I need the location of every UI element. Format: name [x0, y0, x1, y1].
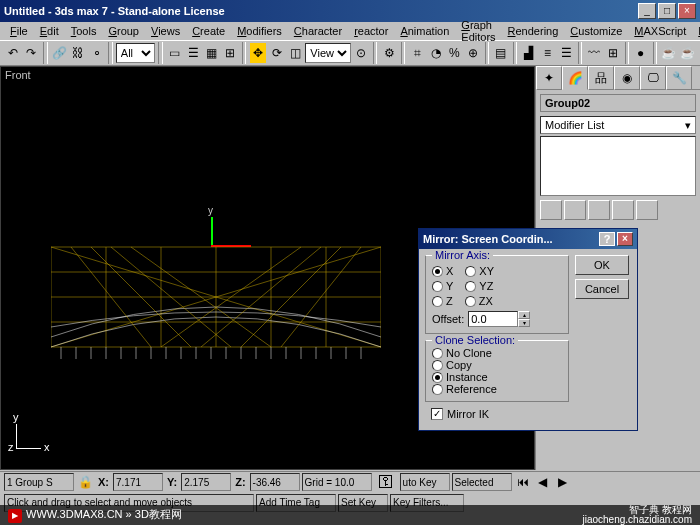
named-selection-button[interactable]: ▤: [492, 42, 510, 64]
remove-modifier-button[interactable]: [612, 200, 634, 220]
material-button[interactable]: ●: [632, 42, 650, 64]
clone-none-radio[interactable]: No Clone: [432, 347, 562, 359]
center-button[interactable]: ⊙: [352, 42, 370, 64]
main-toolbar: ↶ ↷ 🔗 ⛓ ⚬ All ▭ ☰ ▦ ⊞ ✥ ⟳ ◫ View ⊙ ⚙ ⌗ ◔…: [0, 40, 700, 66]
menu-animation[interactable]: Animation: [394, 23, 455, 39]
offset-label: Offset:: [432, 313, 464, 325]
selection-status: 1 Group S: [4, 473, 74, 491]
move-button[interactable]: ✥: [249, 42, 267, 64]
wireframe-model: [51, 237, 381, 367]
axis-xy-radio[interactable]: XY: [465, 265, 494, 277]
redo-button[interactable]: ↷: [23, 42, 41, 64]
bind-button[interactable]: ⚬: [88, 42, 106, 64]
lock-button[interactable]: 🔒: [76, 473, 94, 491]
select-name-button[interactable]: ☰: [184, 42, 202, 64]
dialog-help-button[interactable]: ?: [599, 232, 615, 246]
ok-button[interactable]: OK: [575, 255, 629, 275]
curve-editor-button[interactable]: 〰: [585, 42, 603, 64]
window-crossing-button[interactable]: ⊞: [222, 42, 240, 64]
rotate-button[interactable]: ⟳: [268, 42, 286, 64]
axis-zx-radio[interactable]: ZX: [465, 295, 493, 307]
manipulate-button[interactable]: ⚙: [380, 42, 398, 64]
layers-button[interactable]: ☰: [557, 42, 575, 64]
menu-character[interactable]: Character: [288, 23, 348, 39]
y-coord[interactable]: 2.175: [181, 473, 231, 491]
menu-maxscript[interactable]: MAXScript: [628, 23, 692, 39]
menu-reactor[interactable]: reactor: [348, 23, 394, 39]
selection-filter[interactable]: All: [116, 43, 155, 63]
menu-create[interactable]: Create: [186, 23, 231, 39]
select-button[interactable]: ▭: [166, 42, 184, 64]
mirror-ik-checkbox[interactable]: ✓Mirror IK: [431, 408, 563, 420]
axis-z-radio[interactable]: Z: [432, 295, 453, 307]
menu-tools[interactable]: Tools: [65, 23, 103, 39]
create-tab[interactable]: ✦: [536, 66, 562, 90]
viewport-label: Front: [5, 69, 31, 81]
goto-start-button[interactable]: ⏮: [514, 473, 532, 491]
spinner-snap-button[interactable]: ⊕: [464, 42, 482, 64]
z-coord[interactable]: -36.46: [250, 473, 300, 491]
mirror-button[interactable]: ▟: [520, 42, 538, 64]
quick-render-button[interactable]: ☕: [679, 42, 697, 64]
schematic-button[interactable]: ⊞: [604, 42, 622, 64]
keyfilter-select[interactable]: Selected: [452, 473, 512, 491]
menu-file[interactable]: File: [4, 23, 34, 39]
menu-views[interactable]: Views: [145, 23, 186, 39]
minimize-button[interactable]: _: [638, 3, 656, 19]
watermark: ▶WWW.3DMAX8.CN » 3D教程网 智子典 教程网 jiaocheng…: [0, 505, 700, 525]
clone-copy-radio[interactable]: Copy: [432, 359, 562, 371]
close-button[interactable]: ×: [678, 3, 696, 19]
titlebar: Untitled - 3ds max 7 - Stand-alone Licen…: [0, 0, 700, 22]
menu-edit[interactable]: Edit: [34, 23, 65, 39]
axis-y-radio[interactable]: Y: [432, 280, 453, 292]
menu-grapheditors[interactable]: Graph Editors: [455, 17, 501, 45]
offset-up-button[interactable]: ▴: [518, 311, 530, 319]
snap-button[interactable]: ⌗: [408, 42, 426, 64]
show-end-result-button[interactable]: [564, 200, 586, 220]
clone-selection-group: Clone Selection: No Clone Copy Instance …: [425, 340, 569, 402]
scale-button[interactable]: ◫: [287, 42, 305, 64]
dialog-title: Mirror: Screen Coordin...: [423, 233, 599, 245]
pin-stack-button[interactable]: [540, 200, 562, 220]
object-name-field[interactable]: Group02: [540, 94, 696, 112]
configure-sets-button[interactable]: [636, 200, 658, 220]
prev-frame-button[interactable]: ◀: [534, 473, 552, 491]
x-coord[interactable]: 7.171: [113, 473, 163, 491]
motion-tab[interactable]: ◉: [614, 66, 640, 90]
display-tab[interactable]: 🖵: [640, 66, 666, 90]
menu-modifiers[interactable]: Modifiers: [231, 23, 288, 39]
autokey-button[interactable]: uto Key: [400, 473, 450, 491]
maximize-button[interactable]: □: [658, 3, 676, 19]
link-button[interactable]: 🔗: [51, 42, 69, 64]
offset-down-button[interactable]: ▾: [518, 319, 530, 327]
utilities-tab[interactable]: 🔧: [666, 66, 692, 90]
hierarchy-tab[interactable]: 品: [588, 66, 614, 90]
key-icon: ⚿: [378, 473, 394, 491]
align-button[interactable]: ≡: [539, 42, 557, 64]
menu-customize[interactable]: Customize: [564, 23, 628, 39]
menu-help[interactable]: Help: [692, 23, 700, 39]
refcoord-select[interactable]: View: [305, 43, 351, 63]
modify-tab[interactable]: 🌈: [562, 66, 588, 90]
axis-yz-radio[interactable]: YZ: [465, 280, 493, 292]
window-title: Untitled - 3ds max 7 - Stand-alone Licen…: [4, 5, 638, 17]
play-button[interactable]: ▶: [554, 473, 572, 491]
render-scene-button[interactable]: ☕: [660, 42, 678, 64]
axis-x-radio[interactable]: X: [432, 265, 453, 277]
select-region-button[interactable]: ▦: [203, 42, 221, 64]
cancel-button[interactable]: Cancel: [575, 279, 629, 299]
undo-button[interactable]: ↶: [4, 42, 22, 64]
percent-snap-button[interactable]: %: [446, 42, 464, 64]
offset-input[interactable]: [468, 311, 518, 327]
unlink-button[interactable]: ⛓: [69, 42, 87, 64]
mirror-dialog: Mirror: Screen Coordin... ? × Mirror Axi…: [418, 228, 638, 431]
modifier-list-dropdown[interactable]: Modifier List ▾: [540, 116, 696, 134]
menu-group[interactable]: Group: [102, 23, 145, 39]
make-unique-button[interactable]: [588, 200, 610, 220]
modifier-stack[interactable]: [540, 136, 696, 196]
angle-snap-button[interactable]: ◔: [427, 42, 445, 64]
menu-rendering[interactable]: Rendering: [502, 23, 565, 39]
clone-instance-radio[interactable]: Instance: [432, 371, 562, 383]
clone-reference-radio[interactable]: Reference: [432, 383, 562, 395]
dialog-close-button[interactable]: ×: [617, 232, 633, 246]
